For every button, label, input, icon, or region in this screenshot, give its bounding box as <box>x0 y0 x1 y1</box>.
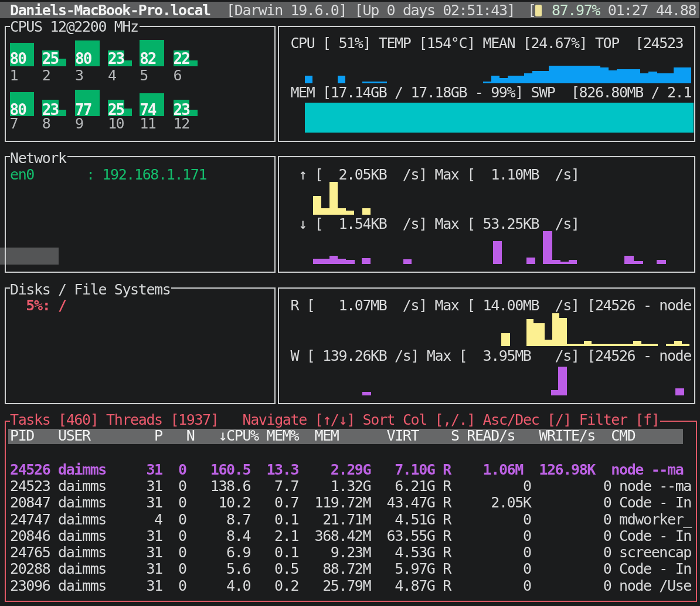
core-usage-bar <box>91 90 99 117</box>
network-up-bar <box>321 208 329 215</box>
disk-read-line: R [ 1.07MB /s] Max [ 14.00MB /s] [24526 … <box>290 297 691 314</box>
disk-read-bar <box>559 318 567 346</box>
cpu-history-bar <box>600 67 609 83</box>
disk-read-clip: R [ 1.07MB /s] Max [ 14.00MB /s] [24526 … <box>290 297 694 314</box>
terminal-screen: Daniels-MacBook-Pro.local [Darwin 19.6.0… <box>0 0 700 606</box>
network-ip: : 192.168.1.171 <box>86 167 206 183</box>
cpu-history-bar <box>362 82 387 83</box>
disk-read-bar <box>526 319 534 346</box>
network-down-bar <box>569 260 577 264</box>
task-row[interactable]: 20847 daimms 31 0 10.2 0.7 119.72M 43.47… <box>2 495 691 511</box>
core-usage-bar <box>58 110 66 117</box>
status-bar-left: Daniels-MacBook-Pro.local [Darwin 19.6.0… <box>2 2 515 19</box>
core-number-label: 4 <box>108 67 116 84</box>
disk-write-bar <box>362 392 371 396</box>
uptime: [Up 0 days 02:51:43] <box>355 2 515 19</box>
network-down-bar <box>362 258 371 264</box>
tasks-table-header: PID USER P N ↓CPU% MEM% MEM VIRT S READ/… <box>2 428 635 444</box>
network-down-bar <box>624 256 634 264</box>
disk-read-bar <box>501 333 510 346</box>
network-title: Network <box>10 150 67 167</box>
task-row[interactable]: 24523 daimms 31 0 138.6 7.7 1.32G 6.21G … <box>2 478 691 495</box>
network-up-bar <box>329 182 338 215</box>
tasks-header-clip: PID USER P N ↓CPU% MEM% MEM VIRT S READ/… <box>2 428 683 444</box>
network-up-bar <box>362 208 371 215</box>
core-number-label: 2 <box>42 67 50 84</box>
tasks-title-row: Tasks [460] Threads [1937] Navigate [↑/↓… <box>10 412 660 428</box>
network-down-bar <box>346 260 355 264</box>
network-title-row: Network <box>10 150 67 167</box>
network-up-bar <box>338 208 346 215</box>
core-number-label: 6 <box>174 67 182 84</box>
network-down-line: ↓ [ 1.54KB /s] Max [ 53.25KB /s] <box>298 216 579 232</box>
cpu-history-bar <box>483 82 491 84</box>
cpu-history-bar <box>674 67 691 83</box>
task-row-selected[interactable]: 24526 daimms 31 0 160.5 13.3 2.29G 7.10G… <box>2 462 683 478</box>
disks-title: Disks / File Systems <box>10 281 171 298</box>
disk-read-bar <box>641 344 658 346</box>
task-row[interactable]: 20288 daimms 31 0 5.6 0.5 88.72M 5.97G R… <box>2 561 691 577</box>
disks-title-row: Disks / File Systems <box>10 282 171 298</box>
core-usage-bar <box>189 110 198 117</box>
core-usage-bar <box>91 40 99 67</box>
hostname: Daniels-MacBook-Pro.local <box>10 2 210 19</box>
disk-write-bar <box>551 390 558 396</box>
network-down-bar <box>338 259 346 264</box>
core-usage-bar <box>58 59 66 66</box>
task-row[interactable]: 23096 daimms 31 0 4.0 0.2 25.79M 4.87G R… <box>2 578 691 594</box>
cpu-history-bar <box>338 76 345 83</box>
network-up-bar <box>346 211 354 215</box>
core-percent-label: 82 <box>140 50 155 67</box>
mem-summary-clip: MEM [17.14GB / 17.18GB - 99%] SWP [826.8… <box>290 84 694 101</box>
mem-usage-bar <box>305 103 694 133</box>
disk-read-bar <box>674 341 682 346</box>
task-row[interactable]: 24765 daimms 31 0 6.9 0.1 9.23M 4.53G R … <box>2 544 691 561</box>
network-down-bar <box>634 261 643 264</box>
mem-summary-line: MEM [17.14GB / 17.18GB - 99%] SWP [826.8… <box>290 84 691 101</box>
core-number-label: 1 <box>10 67 18 84</box>
cpu-history-bar <box>508 76 524 83</box>
disk-read-bar <box>682 344 689 346</box>
cpu-history-bar <box>524 73 532 84</box>
core-number-label: 5 <box>140 67 148 84</box>
cpu-history-bar <box>305 76 312 83</box>
network-down-bar <box>403 259 412 264</box>
core-number-label: 12 <box>174 116 189 132</box>
battery-icon <box>535 5 542 17</box>
clock-time: 01:27 <box>608 2 648 19</box>
core-usage-bar <box>189 60 198 66</box>
network-down-bar <box>560 262 569 264</box>
network-down-bar <box>657 260 666 264</box>
core-usage-bar <box>124 60 132 66</box>
task-row[interactable]: 20846 daimms 31 0 8.4 2.1 368.42M 63.55G… <box>2 528 691 544</box>
cpus-title: CPUS 12@2200 MHz <box>10 18 140 35</box>
cpu-history-bar <box>491 76 499 83</box>
network-interface: en0 <box>10 167 34 183</box>
disk-write-bar <box>675 388 684 396</box>
disk-read-bar <box>552 313 559 346</box>
battery-percent: 87.97% <box>552 2 600 19</box>
cpu-history-bar <box>609 70 617 84</box>
disk-write-bar <box>558 367 567 395</box>
cpu-history-bar <box>617 69 640 84</box>
core-percent-label: 80 <box>75 50 91 67</box>
os-version: [Darwin 19.6.0] <box>226 2 346 19</box>
disk-read-bar <box>633 341 641 346</box>
cpu-history-bar <box>657 73 674 83</box>
status-bar-right: [ 87.97% 01:27 44.88 <box>528 2 696 19</box>
network-up-line: ↑ [ 2.05KB /s] Max [ 1.10MB /s] <box>298 167 579 183</box>
network-down-bar <box>543 231 552 264</box>
core-usage-bar <box>156 93 164 117</box>
disk-write-line: W [ 139.26KB /s] Max [ 3.95MB /s] [24526… <box>290 348 691 364</box>
core-number-label: 3 <box>75 67 83 84</box>
core-number-label: 9 <box>75 116 83 132</box>
network-down-bar <box>313 259 321 264</box>
network-down-bar <box>493 241 502 264</box>
task-row[interactable]: 24747 daimms 4 0 8.7 0.1 21.71M 4.51G R … <box>2 512 691 528</box>
core-number-label: 7 <box>10 116 18 132</box>
disk-read-bar <box>534 323 545 346</box>
disk-read-bar <box>666 344 674 346</box>
network-down-bar <box>321 259 329 264</box>
core-number-label: 10 <box>108 116 124 132</box>
cpu-summary-line: CPU [ 51%] TEMP [154°C] MEAN [24.67%] TO… <box>290 35 683 52</box>
